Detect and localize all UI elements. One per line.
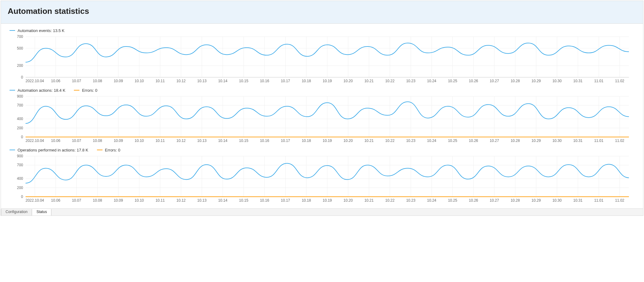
x-tick-label: 10.12 (176, 198, 186, 203)
x-tick-label: 10.26 (469, 79, 478, 83)
y-tick-label: 0 (21, 75, 23, 79)
x-tick-label: 11.01 (594, 79, 603, 83)
x-tick-label: 10.13 (197, 198, 207, 203)
page-header: Automation statistics (1, 1, 643, 24)
legend-label: Operations performed in actions: 17.8 K (18, 148, 88, 152)
x-tick-label: 10.15 (239, 198, 248, 203)
x-tick-label: 10.12 (176, 139, 186, 143)
tab-configuration[interactable]: Configuration (1, 209, 32, 216)
x-tick-label: 10.06 (51, 139, 60, 143)
chart-legend: Operations performed in actions: 17.8 KE… (10, 147, 640, 153)
x-tick-label: 10.07 (72, 79, 81, 83)
blue-swatch-icon (10, 90, 15, 91)
chart-canvas[interactable]: 02005007002022.10.0410.0610.0710.0810.09… (4, 34, 632, 87)
x-tick-label: 10.31 (573, 139, 582, 143)
x-tick-label: 2022.10.04 (26, 198, 44, 203)
x-tick-label: 10.29 (532, 79, 541, 83)
x-tick-label: 10.06 (51, 79, 60, 83)
x-tick-label: 10.11 (155, 198, 165, 203)
chart-canvas[interactable]: 02004007009002022.10.0410.0610.0710.0810… (4, 154, 632, 206)
x-tick-label: 10.25 (448, 139, 457, 143)
x-tick-label: 10.23 (406, 79, 415, 83)
chart-legend: Automation actions: 18.4 KErrors: 0 (10, 87, 640, 93)
x-tick-label: 11.02 (615, 79, 624, 83)
legend-entry[interactable]: Automation events: 13.5 K (10, 28, 64, 33)
x-tick-label: 10.29 (532, 139, 541, 143)
x-tick-label: 10.09 (114, 139, 123, 143)
x-tick-label: 10.18 (302, 79, 311, 83)
bottom-tabs: ConfigurationStatus (1, 208, 643, 216)
chart-block-2: Operations performed in actions: 17.8 KE… (4, 147, 640, 206)
x-tick-label: 10.28 (511, 139, 520, 143)
x-tick-label: 11.02 (615, 198, 624, 203)
x-tick-label: 10.26 (469, 198, 478, 203)
y-tick-label: 0 (21, 195, 23, 199)
page: Automation statistics Automation events:… (1, 1, 643, 216)
x-tick-label: 10.20 (344, 79, 353, 83)
legend-entry[interactable]: Automation actions: 18.4 K (10, 88, 65, 93)
legend-label: Errors: 0 (105, 148, 120, 152)
x-tick-label: 10.31 (573, 198, 582, 203)
x-tick-label: 10.07 (72, 139, 81, 143)
x-tick-label: 10.23 (406, 139, 415, 143)
y-tick-label: 400 (17, 176, 23, 181)
chart-block-0: Automation events: 13.5 K02005007002022.… (4, 27, 640, 87)
x-tick-label: 2022.10.04 (26, 79, 44, 83)
x-tick-label: 10.31 (573, 79, 582, 83)
x-tick-label: 10.09 (114, 79, 123, 83)
x-tick-label: 10.18 (302, 198, 311, 203)
y-tick-label: 500 (17, 46, 23, 50)
legend-label: Automation events: 13.5 K (18, 28, 64, 33)
x-tick-label: 10.10 (135, 79, 144, 83)
chart-svg-wrap: 02004007009002022.10.0410.0610.0710.0810… (4, 94, 640, 146)
y-tick-label: 200 (17, 126, 23, 130)
x-tick-label: 10.24 (427, 79, 436, 83)
x-tick-label: 10.28 (511, 198, 520, 203)
x-tick-label: 10.29 (532, 198, 541, 203)
legend-entry[interactable]: Errors: 0 (74, 88, 97, 93)
y-tick-label: 700 (17, 34, 23, 39)
y-tick-label: 900 (17, 154, 23, 158)
x-tick-label: 10.17 (281, 139, 290, 143)
y-tick-label: 200 (17, 63, 23, 68)
x-tick-label: 10.21 (364, 139, 374, 143)
y-tick-label: 0 (21, 135, 23, 139)
x-tick-label: 10.14 (218, 139, 227, 143)
y-tick-label: 400 (17, 117, 23, 121)
legend-entry[interactable]: Errors: 0 (97, 148, 120, 152)
x-tick-label: 10.10 (135, 139, 144, 143)
blue-swatch-icon (10, 150, 15, 150)
blue-swatch-icon (10, 30, 15, 31)
y-tick-label: 700 (17, 163, 23, 167)
x-tick-label: 10.16 (260, 198, 269, 203)
x-tick-label: 10.24 (427, 139, 436, 143)
x-tick-label: 10.14 (218, 79, 227, 83)
x-tick-label: 10.22 (385, 198, 395, 203)
chart-canvas[interactable]: 02004007009002022.10.0410.0610.0710.0810… (4, 94, 632, 146)
x-tick-label: 10.11 (155, 79, 165, 83)
x-tick-label: 10.20 (344, 198, 353, 203)
x-tick-label: 10.28 (511, 79, 520, 83)
x-tick-label: 10.07 (72, 198, 81, 203)
x-tick-label: 10.30 (552, 139, 561, 143)
x-tick-label: 10.13 (197, 79, 207, 83)
tab-status[interactable]: Status (32, 209, 51, 216)
chart-legend: Automation events: 13.5 K (10, 27, 640, 34)
x-tick-label: 11.01 (594, 198, 603, 203)
x-tick-label: 10.16 (260, 139, 269, 143)
x-tick-label: 10.08 (93, 79, 102, 83)
x-tick-label: 10.22 (385, 139, 395, 143)
x-tick-label: 10.12 (176, 79, 186, 83)
x-tick-label: 11.02 (615, 139, 624, 143)
x-tick-label: 10.08 (93, 198, 102, 203)
x-tick-label: 10.18 (302, 139, 311, 143)
chart-svg-wrap: 02005007002022.10.0410.0610.0710.0810.09… (4, 34, 640, 87)
legend-entry[interactable]: Operations performed in actions: 17.8 K (10, 148, 88, 152)
x-tick-label: 10.10 (135, 198, 144, 203)
legend-label: Errors: 0 (82, 88, 97, 93)
x-tick-label: 10.25 (448, 79, 457, 83)
x-tick-label: 10.21 (364, 79, 374, 83)
x-tick-label: 10.17 (281, 198, 290, 203)
x-tick-label: 2022.10.04 (26, 139, 44, 143)
chart-svg-wrap: 02004007009002022.10.0410.0610.0710.0810… (4, 154, 640, 206)
